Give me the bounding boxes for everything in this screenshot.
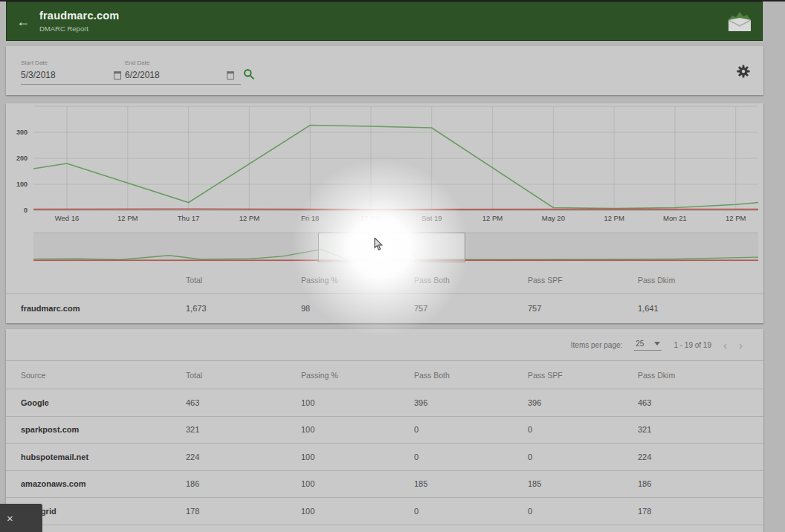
page-range-label: 1 - 19 of 19	[673, 341, 711, 349]
table-row[interactable]: Sendgrid17810000178	[6, 498, 763, 525]
column-header: Total	[186, 276, 301, 285]
column-header: Pass SPF	[528, 276, 638, 285]
table-row[interactable]: amazonaws.com186100185185186	[6, 471, 763, 499]
svg-text:12 PM: 12 PM	[604, 214, 624, 222]
cell: 396	[414, 398, 528, 407]
source-table-header: SourceTotalPassing %Pass BothPass SPFPas…	[6, 361, 763, 389]
start-date-label: Start Date	[21, 59, 48, 66]
date-filter-toolbar: Start Date 5/3/2018 End Date 6/2/2018	[6, 46, 763, 95]
previous-page-button[interactable]: ‹	[723, 340, 727, 351]
cell: 757	[414, 304, 528, 313]
table-row[interactable]: Google463100396396463	[6, 389, 763, 417]
row-label: fraudmarc.com	[21, 304, 186, 313]
svg-text:0: 0	[24, 207, 28, 214]
column-header: Pass Dkim	[638, 371, 763, 380]
svg-text:Wed 16: Wed 16	[55, 214, 80, 222]
cell: 98	[301, 304, 414, 313]
cell: 463	[638, 398, 763, 407]
items-per-page-select[interactable]: 25	[634, 340, 662, 351]
next-page-button[interactable]: ›	[739, 340, 743, 351]
cell: 178	[638, 507, 763, 516]
end-date-label: End Date	[125, 59, 149, 66]
column-header: Pass Dkim	[638, 276, 763, 285]
cell: 100	[301, 452, 414, 461]
settings-gear-icon[interactable]	[736, 64, 751, 79]
summary-table: TotalPassing %Pass BothPass SPFPass Dkim…	[6, 267, 763, 322]
close-icon: ×	[7, 512, 13, 525]
column-header: Total	[186, 371, 301, 380]
page-title: fraudmarc.com	[39, 10, 119, 22]
svg-text:May 20: May 20	[542, 214, 565, 222]
calendar-icon[interactable]	[114, 71, 121, 80]
cell: 0	[414, 507, 528, 516]
cell: 186	[638, 479, 763, 488]
table-row[interactable]: sparkpost.com32110000321	[6, 417, 763, 444]
cell: 100	[301, 479, 414, 488]
cell: 0	[414, 452, 528, 461]
cell: 224	[186, 452, 301, 461]
report-chart-card: Wed 1612 PMThu 1712 PMFri 1812 PMSat 191…	[6, 103, 763, 323]
cell: 0	[414, 425, 528, 434]
cell: 0	[528, 425, 638, 434]
items-per-page-value: 25	[636, 340, 644, 348]
cell: 185	[414, 479, 528, 488]
summary-table-header: TotalPassing %Pass BothPass SPFPass Dkim	[6, 267, 763, 294]
paginator: Items per page: 25 1 - 19 of 19 ‹ ›	[6, 329, 763, 361]
envelope-logo-icon	[726, 10, 753, 33]
app-bar: ← fraudmarc.com DMARC Report	[6, 1, 763, 41]
sources-table-card: Items per page: 25 1 - 19 of 19 ‹ › Sour…	[6, 329, 763, 532]
page-subtitle: DMARC Report	[39, 25, 119, 33]
svg-text:12 PM: 12 PM	[117, 214, 138, 222]
calendar-icon[interactable]	[227, 71, 234, 80]
column-header: Pass Both	[414, 371, 528, 380]
cell: 100	[301, 398, 414, 407]
search-icon[interactable]	[243, 68, 255, 80]
cell: 321	[186, 425, 301, 434]
items-per-page-label: Items per page:	[571, 341, 622, 349]
svg-text:300: 300	[16, 129, 28, 136]
row-label: Google	[21, 398, 186, 407]
column-header: Passing %	[301, 371, 414, 380]
column-header: Pass Both	[414, 276, 528, 285]
svg-text:Mon 21: Mon 21	[663, 214, 687, 222]
svg-text:Thu 17: Thu 17	[178, 214, 200, 222]
cell: 463	[186, 398, 301, 407]
row-label: hubspotemail.net	[21, 452, 186, 461]
cell: 0	[528, 507, 638, 516]
date-fields-underline	[21, 84, 241, 85]
column-header: Passing %	[301, 276, 414, 285]
cell: 185	[528, 479, 638, 488]
row-label: Sendgrid	[21, 507, 186, 516]
cell: 100	[301, 425, 414, 434]
svg-text:12 PM: 12 PM	[361, 214, 381, 222]
column-header: Source	[21, 371, 186, 380]
svg-text:Sat 19: Sat 19	[421, 214, 442, 222]
cell: 186	[186, 479, 301, 488]
svg-text:100: 100	[16, 181, 28, 188]
traffic-line-chart: Wed 1612 PMThu 1712 PMFri 1812 PMSat 191…	[6, 103, 763, 230]
chart-brush-track[interactable]	[33, 233, 758, 262]
row-label: sparkpost.com	[21, 425, 186, 434]
cell: 100	[301, 507, 414, 516]
brush-selection-window[interactable]	[318, 233, 465, 262]
svg-text:12 PM: 12 PM	[726, 214, 746, 222]
svg-text:12 PM: 12 PM	[239, 214, 260, 222]
mouse-cursor	[374, 238, 384, 251]
cell: 0	[528, 452, 638, 461]
cell: 1,641	[638, 304, 763, 313]
start-date-input[interactable]: 5/3/2018	[21, 70, 56, 80]
cell: 224	[638, 452, 763, 461]
app-bar-titles: fraudmarc.com DMARC Report	[39, 10, 119, 33]
cell: 178	[186, 507, 301, 516]
summary-table-body: fraudmarc.com1,673987577571,641	[6, 294, 763, 322]
svg-text:12 PM: 12 PM	[482, 214, 503, 222]
column-header: Pass SPF	[528, 371, 638, 380]
video-close-button[interactable]: ×	[0, 504, 42, 532]
cell: 321	[638, 425, 763, 434]
cell: 396	[528, 398, 638, 407]
back-arrow-icon[interactable]: ←	[16, 15, 30, 28]
table-row[interactable]: hubspotemail.net22410000224	[6, 444, 763, 471]
end-date-input[interactable]: 6/2/2018	[125, 70, 160, 80]
source-table-body: Google463100396396463sparkpost.com321100…	[6, 389, 763, 525]
cell: 1,673	[186, 304, 301, 313]
